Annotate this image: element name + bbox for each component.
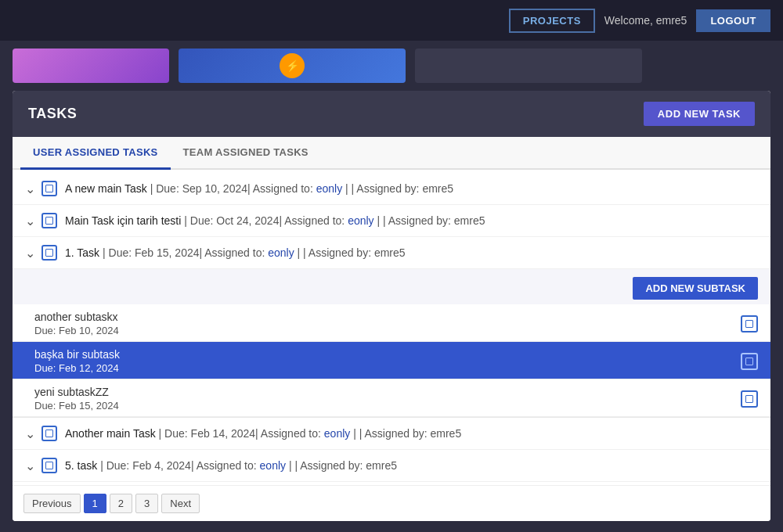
subtask-left-1: another subtaskx Due: Feb 10, 2024	[34, 311, 119, 336]
subtask-area: ADD NEW SUBTASK another subtaskx Due: Fe…	[13, 269, 770, 418]
chevron-down-icon[interactable]: ⌄	[25, 246, 35, 261]
task-text-5: 5. task | Due: Feb 4, 2024| Assigned to:…	[65, 459, 397, 472]
next-page-button[interactable]: Next	[161, 494, 200, 513]
task-icon-inner	[45, 185, 53, 192]
projects-button[interactable]: PROJECTS	[509, 9, 595, 33]
task-icon-inner	[45, 249, 53, 257]
task-meta: | Due: Feb 15, 2024| Assigned to:	[103, 246, 268, 259]
subtask-icon-inner	[745, 320, 753, 328]
task-icon	[41, 245, 57, 261]
banner-card-1	[13, 49, 169, 83]
subtask-due: Due: Feb 15, 2024	[34, 400, 119, 412]
subtask-name: another subtaskx	[34, 311, 119, 323]
tasks-tabs: USER ASSIGNED TASKS TEAM ASSIGNED TASKS	[13, 137, 770, 170]
tasks-header: TASKS ADD NEW TASK	[13, 91, 770, 137]
page-1-button[interactable]: 1	[84, 494, 106, 513]
tab-user-assigned[interactable]: USER ASSIGNED TASKS	[20, 137, 171, 170]
task-meta: | Due: Sep 10, 2024| Assigned to:	[150, 182, 316, 195]
table-row: ⌄ 5. task | Due: Feb 4, 2024| Assigned t…	[13, 450, 770, 482]
list-item: yeni subtaskZZ Due: Feb 15, 2024	[13, 379, 770, 417]
task-icon-inner	[45, 462, 53, 469]
task-text-4: Another main Task | Due: Feb 14, 2024| A…	[65, 427, 461, 440]
task-meta: | Due: Feb 14, 2024| Assigned to:	[159, 427, 324, 440]
subtask-due: Due: Feb 10, 2024	[34, 325, 119, 336]
list-item: başka bir subtask Due: Feb 12, 2024	[13, 342, 770, 379]
page-2-button[interactable]: 2	[110, 494, 132, 513]
subtask-left-3: yeni subtaskZZ Due: Feb 15, 2024	[34, 386, 119, 412]
welcome-text: Welcome, emre5	[604, 14, 687, 27]
chevron-down-icon[interactable]: ⌄	[25, 458, 35, 473]
task-icon-inner	[45, 430, 53, 437]
task-icon	[41, 181, 57, 196]
subtask-status-icon[interactable]	[741, 315, 758, 332]
table-row: ⌄ A new main Task | Due: Sep 10, 2024| A…	[13, 173, 770, 205]
subtask-left-2: başka bir subtask Due: Feb 12, 2024	[34, 348, 120, 374]
subtask-status-icon[interactable]	[741, 353, 758, 370]
banner-icon: ⚡	[280, 53, 305, 78]
pagination: Previous 1 2 3 Next	[13, 485, 770, 521]
chevron-down-icon[interactable]: ⌄	[25, 426, 35, 441]
task-list: ⌄ A new main Task | Due: Sep 10, 2024| A…	[13, 170, 770, 485]
banner-card-3	[415, 49, 642, 83]
task-meta: | Due: Feb 4, 2024| Assigned to:	[100, 459, 259, 472]
banner-card-2: ⚡	[179, 49, 406, 83]
task-text-3: 1. Task | Due: Feb 15, 2024| Assigned to…	[65, 246, 406, 259]
table-row: ⌄ Main Task için tarih testi | Due: Oct …	[13, 205, 770, 237]
task-icon	[41, 213, 57, 228]
task-name: 1. Task	[65, 246, 99, 259]
subtask-header-row: ADD NEW SUBTASK	[13, 269, 770, 304]
banner-strip: ⚡	[0, 41, 783, 91]
task-text-1: A new main Task | Due: Sep 10, 2024| Ass…	[65, 182, 453, 195]
task-name: 5. task	[65, 459, 97, 472]
table-row: ⌄ Another main Task | Due: Feb 14, 2024|…	[13, 418, 770, 450]
list-item: another subtaskx Due: Feb 10, 2024	[13, 304, 770, 342]
subtask-name: yeni subtaskZZ	[34, 386, 119, 398]
task-icon-inner	[45, 217, 53, 225]
task-name: Main Task için tarih testi	[65, 214, 181, 227]
subtask-icon-inner	[745, 358, 753, 365]
table-row: ⌄ 1. Task | Due: Feb 15, 2024| Assigned …	[13, 237, 770, 269]
task-icon	[41, 426, 57, 441]
tasks-title: TASKS	[28, 106, 77, 122]
add-new-task-button[interactable]: ADD NEW TASK	[644, 102, 755, 126]
previous-page-button[interactable]: Previous	[23, 494, 81, 513]
subtask-name: başka bir subtask	[34, 348, 120, 361]
task-name: A new main Task	[65, 182, 147, 195]
task-text-2: Main Task için tarih testi | Due: Oct 24…	[65, 214, 485, 227]
chevron-down-icon[interactable]: ⌄	[25, 182, 35, 196]
subtask-status-icon[interactable]	[741, 390, 758, 408]
topbar: PROJECTS Welcome, emre5 LOGOUT	[0, 0, 783, 41]
logout-button[interactable]: LOGOUT	[696, 9, 770, 32]
tab-team-assigned[interactable]: TEAM ASSIGNED TASKS	[171, 137, 321, 170]
add-subtask-button[interactable]: ADD NEW SUBTASK	[633, 277, 758, 300]
chevron-down-icon[interactable]: ⌄	[25, 214, 35, 228]
tasks-container: TASKS ADD NEW TASK USER ASSIGNED TASKS T…	[13, 91, 770, 521]
subtask-icon-inner	[745, 395, 753, 403]
task-name: Another main Task	[65, 427, 156, 440]
page-3-button[interactable]: 3	[135, 494, 158, 513]
task-icon	[41, 458, 57, 473]
subtask-due: Due: Feb 12, 2024	[34, 362, 120, 374]
task-meta: | Due: Oct 24, 2024| Assigned to:	[184, 214, 348, 227]
